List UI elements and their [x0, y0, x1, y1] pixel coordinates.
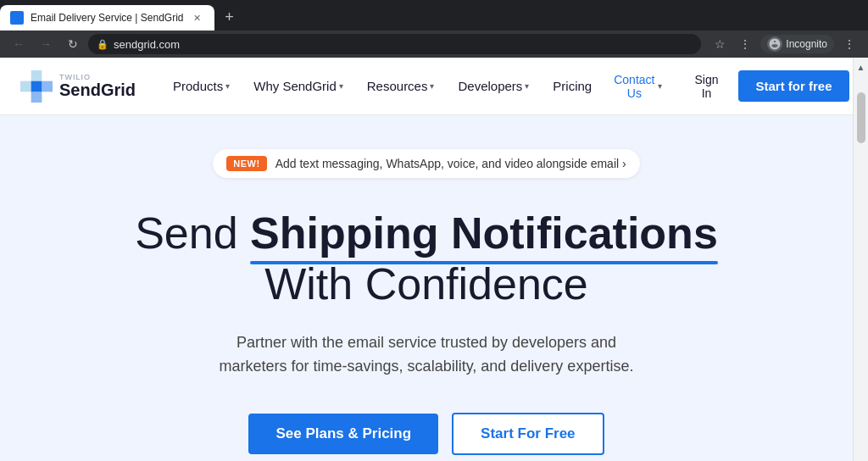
new-badge-row[interactable]: NEW! Add text messaging, WhatsApp, voice… — [213, 149, 639, 178]
tab-favicon — [10, 11, 24, 25]
hero-title-prefix: Send — [135, 208, 250, 258]
scrollbar-up-arrow[interactable]: ▲ — [854, 59, 868, 75]
incognito-label: Incognito — [786, 38, 827, 50]
products-chevron-icon: ▾ — [225, 81, 230, 91]
nav-why-sendgrid[interactable]: Why SendGrid ▾ — [243, 72, 353, 100]
start-for-free-header-button[interactable]: Start for free — [738, 70, 849, 102]
header-right: Contact Us ▾ Sign In Start for free — [602, 66, 849, 107]
contact-us-chevron-icon: ▾ — [658, 81, 662, 91]
site-header: TWILIO SendGrid Products ▾ Why SendGrid … — [0, 58, 853, 115]
svg-rect-0 — [20, 81, 31, 92]
sendgrid-logo-icon — [20, 70, 53, 103]
new-badge-text: Add text messaging, WhatsApp, voice, and… — [275, 157, 626, 170]
developers-chevron-icon: ▾ — [525, 81, 529, 91]
bookmark-button[interactable]: ☆ — [708, 32, 732, 56]
tab-close-button[interactable]: ✕ — [191, 11, 204, 25]
lock-icon: 🔒 — [97, 39, 108, 50]
back-button[interactable]: ← — [7, 32, 31, 56]
svg-rect-4 — [31, 92, 42, 103]
hero-subtitle: Partner with the email service trusted b… — [206, 330, 647, 380]
new-badge: NEW! — [226, 156, 266, 171]
nav-developers[interactable]: Developers ▾ — [448, 72, 539, 100]
start-for-free-hero-button[interactable]: Start For Free — [452, 413, 604, 455]
address-input[interactable]: 🔒 sendgrid.com — [88, 34, 701, 54]
svg-rect-1 — [31, 70, 42, 81]
nav-resources[interactable]: Resources ▾ — [357, 72, 445, 100]
forward-button[interactable]: → — [34, 32, 58, 56]
url-text: sendgrid.com — [114, 38, 180, 51]
main-nav: Products ▾ Why SendGrid ▾ Resources ▾ De… — [163, 72, 602, 100]
hero-title: Send Shipping Notifications With Confide… — [87, 208, 765, 310]
scrollbar-thumb[interactable] — [857, 92, 865, 143]
more-tools-button[interactable]: ⋮ — [733, 32, 757, 56]
contact-us-button[interactable]: Contact Us ▾ — [602, 66, 674, 107]
refresh-button[interactable]: ↻ — [61, 32, 85, 56]
browser-chrome: Email Delivery Service | SendGrid ✕ + ← … — [0, 0, 868, 58]
sign-in-button[interactable]: Sign In — [681, 66, 732, 107]
logo-text: TWILIO SendGrid — [59, 74, 136, 98]
svg-rect-2 — [31, 81, 42, 92]
address-bar-row: ← → ↻ 🔒 sendgrid.com ☆ ⋮ Incognito ⋮ — [0, 31, 868, 58]
hero-title-suffix: With Confidence — [264, 259, 588, 308]
new-tab-button[interactable]: + — [218, 5, 242, 29]
logo-sendgrid: SendGrid — [59, 81, 136, 98]
svg-rect-3 — [42, 81, 53, 92]
browser-actions: ☆ ⋮ — [708, 32, 757, 56]
hero-buttons: See Plans & Pricing Start For Free — [248, 413, 604, 455]
nav-products[interactable]: Products ▾ — [163, 72, 240, 100]
hero-section: NEW! Add text messaging, WhatsApp, voice… — [0, 115, 853, 461]
nav-pricing[interactable]: Pricing — [542, 72, 602, 100]
incognito-icon — [767, 36, 782, 52]
chrome-menu-button[interactable]: ⋮ — [837, 32, 861, 56]
incognito-badge[interactable]: Incognito — [760, 35, 834, 53]
resources-chevron-icon: ▾ — [430, 81, 434, 91]
why-sendgrid-chevron-icon: ▾ — [339, 81, 343, 91]
tab-title: Email Delivery Service | SendGrid — [31, 12, 184, 24]
logo[interactable]: TWILIO SendGrid — [20, 70, 136, 103]
scrollbar[interactable]: ▲ — [853, 58, 868, 461]
hero-title-bold: Shipping Notifications — [250, 208, 718, 259]
active-tab[interactable]: Email Delivery Service | SendGrid ✕ — [0, 5, 214, 31]
tab-bar: Email Delivery Service | SendGrid ✕ + — [0, 0, 868, 31]
see-plans-pricing-button[interactable]: See Plans & Pricing — [248, 414, 438, 454]
